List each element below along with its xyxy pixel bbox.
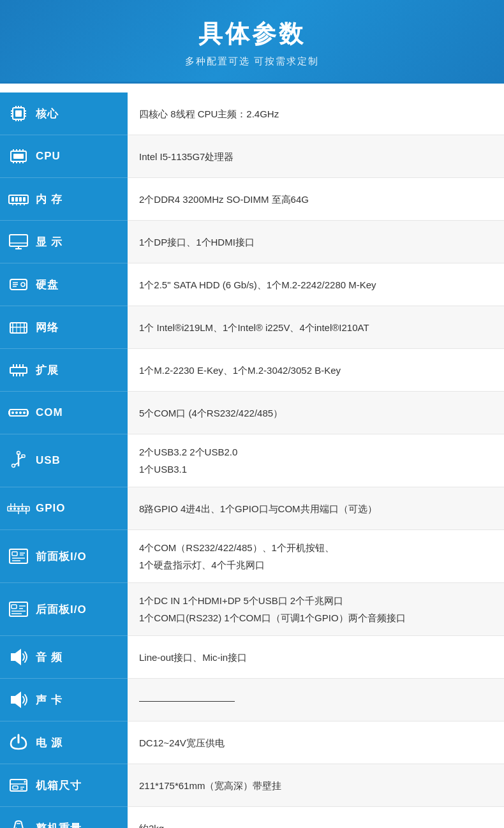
label-text-weight: 整机重量 — [36, 821, 82, 829]
com-icon — [6, 401, 31, 425]
value-cell-core: 四核心 8线程 CPU主频：2.4GHz — [128, 92, 504, 135]
value-cell-power: DC12~24V宽压供电 — [128, 721, 504, 764]
hdd-icon — [6, 272, 31, 297]
label-cell-front-io: 前面板I/O — [0, 530, 128, 583]
label-cell-com: COM — [0, 392, 128, 434]
svg-point-39 — [21, 283, 25, 286]
svg-point-73 — [13, 508, 16, 510]
value-cell-com: 5个COM口 (4个RS232/422/485） — [128, 392, 504, 434]
value-cell-expansion: 1个M.2-2230 E-Key、1个M.2-3042/3052 B-Key — [128, 349, 504, 392]
spec-row-audio: 音 频Line-out接口、Mic-in接口 — [0, 636, 504, 679]
svg-rect-25 — [11, 197, 14, 202]
svg-point-72 — [10, 508, 12, 510]
svg-point-74 — [17, 508, 20, 510]
label-cell-cpu: CPU — [0, 135, 128, 178]
value-cell-hdd: 1个2.5" SATA HDD (6 Gb/s)、1个M.2-2242/2280… — [128, 263, 504, 306]
label-cell-memory: 内 存 — [0, 178, 128, 221]
spec-row-usb: USB2个USB3.2 2个USB2.0 1个USB3.1 — [0, 434, 504, 487]
label-cell-network: 网络 — [0, 306, 128, 349]
label-text-network: 网络 — [36, 320, 59, 335]
soundcard-icon — [6, 688, 31, 712]
label-cell-weight: kg 整机重量 — [0, 807, 128, 829]
label-cell-power: 电 源 — [0, 721, 128, 764]
label-cell-display: 显 示 — [0, 221, 128, 263]
usb-icon — [6, 448, 31, 473]
label-text-com: COM — [36, 406, 63, 419]
spec-row-memory: 内 存2个DDR4 3200MHz SO-DIMM 至高64G — [0, 178, 504, 221]
spec-row-soundcard: 声 卡—————————— — [0, 679, 504, 721]
spec-row-core: 核心四核心 8线程 CPU主频：2.4GHz — [0, 92, 504, 135]
label-cell-gpio: GPIO — [0, 487, 128, 530]
label-text-cpu: CPU — [36, 150, 61, 163]
svg-rect-27 — [19, 197, 22, 202]
spec-row-front-io: 前面板I/O4个COM（RS232/422/485）、1个开机按钮、 1个硬盘指… — [0, 530, 504, 583]
value-cell-network: 1个 Intel®i219LM、1个Intel® i225V、4个intel®I… — [128, 306, 504, 349]
spec-row-chassis: 机箱尺寸211*175*61mm（宽高深）带壁挂 — [0, 764, 504, 807]
label-text-rear-io: 后面板I/O — [36, 602, 87, 617]
svg-marker-95 — [11, 693, 20, 707]
label-text-hdd: 硬盘 — [36, 277, 59, 292]
svg-rect-15 — [13, 154, 24, 159]
value-cell-display: 1个DP接口、1个HDMI接口 — [128, 221, 504, 263]
svg-point-60 — [15, 411, 18, 414]
label-cell-core: 核心 — [0, 92, 128, 135]
display-icon — [6, 230, 31, 254]
svg-point-59 — [11, 411, 14, 414]
svg-rect-49 — [10, 367, 27, 373]
spec-row-expansion: 扩展1个M.2-2230 E-Key、1个M.2-3042/3052 B-Key — [0, 349, 504, 392]
spec-table: 核心四核心 8线程 CPU主频：2.4GHz CPUIntel I5-1135G… — [0, 92, 504, 828]
spec-row-power: 电 源DC12~24V宽压供电 — [0, 721, 504, 764]
cpu-chip-icon — [6, 101, 31, 126]
spec-row-gpio: GPIO8路GPIO 4进4出、1个GPIO口与COM共用端口（可选） — [0, 487, 504, 530]
svg-rect-38 — [10, 279, 27, 290]
spec-row-weight: kg 整机重量约2kg — [0, 807, 504, 829]
svg-rect-26 — [15, 197, 18, 202]
spec-row-com: COM5个COM口 (4个RS232/422/485） — [0, 392, 504, 434]
label-cell-expansion: 扩展 — [0, 349, 128, 392]
label-cell-usb: USB — [0, 434, 128, 487]
value-cell-weight: 约2kg — [128, 807, 504, 829]
label-cell-soundcard: 声 卡 — [0, 679, 128, 721]
svg-point-75 — [21, 508, 24, 510]
label-cell-hdd: 硬盘 — [0, 263, 128, 306]
svg-point-62 — [23, 411, 26, 414]
value-cell-rear-io: 1个DC IN 1个HDMI+DP 5个USB口 2个千兆网口 1个COM口(R… — [128, 583, 504, 636]
svg-rect-83 — [12, 552, 17, 556]
value-cell-chassis: 211*175*61mm（宽高深）带壁挂 — [128, 764, 504, 807]
label-text-audio: 音 频 — [36, 650, 63, 665]
label-text-soundcard: 声 卡 — [36, 693, 63, 707]
svg-point-69 — [12, 464, 15, 468]
front-panel-icon — [6, 544, 31, 568]
spec-row-hdd: 硬盘1个2.5" SATA HDD (6 Gb/s)、1个M.2-2242/22… — [0, 263, 504, 306]
spec-row-display: 显 示1个DP接口、1个HDMI接口 — [0, 221, 504, 263]
label-text-chassis: 机箱尺寸 — [36, 778, 82, 793]
value-cell-soundcard: —————————— — [128, 679, 504, 721]
gpio-icon — [6, 496, 31, 521]
value-cell-front-io: 4个COM（RS232/422/485）、1个开机按钮、 1个硬盘指示灯、4个千… — [128, 530, 504, 583]
svg-rect-64 — [27, 411, 29, 415]
label-text-expansion: 扩展 — [36, 363, 59, 378]
label-text-gpio: GPIO — [36, 502, 66, 515]
label-text-core: 核心 — [36, 107, 59, 121]
svg-point-70 — [17, 452, 20, 455]
processor-icon — [6, 144, 31, 168]
spec-row-rear-io: 后面板I/O1个DC IN 1个HDMI+DP 5个USB口 2个千兆网口 1个… — [0, 583, 504, 636]
svg-rect-68 — [22, 455, 25, 457]
value-cell-audio: Line-out接口、Mic-in接口 — [128, 636, 504, 679]
label-cell-audio: 音 频 — [0, 636, 128, 679]
power-icon — [6, 730, 31, 755]
svg-rect-63 — [8, 411, 10, 415]
svg-marker-94 — [11, 650, 20, 664]
spec-row-network: 网络1个 Intel®i219LM、1个Intel® i225V、4个intel… — [0, 306, 504, 349]
value-cell-cpu: Intel I5-1135G7处理器 — [128, 135, 504, 178]
ram-icon — [6, 187, 31, 211]
svg-rect-33 — [10, 235, 27, 246]
page-title: 具体参数 — [13, 18, 491, 50]
value-cell-usb: 2个USB3.2 2个USB2.0 1个USB3.1 — [128, 434, 504, 487]
svg-rect-1 — [15, 110, 22, 117]
expansion-icon — [6, 358, 31, 382]
label-cell-rear-io: 后面板I/O — [0, 583, 128, 636]
svg-rect-99 — [13, 786, 18, 789]
value-cell-memory: 2个DDR4 3200MHz SO-DIMM 至高64G — [128, 178, 504, 221]
label-text-front-io: 前面板I/O — [36, 549, 87, 564]
